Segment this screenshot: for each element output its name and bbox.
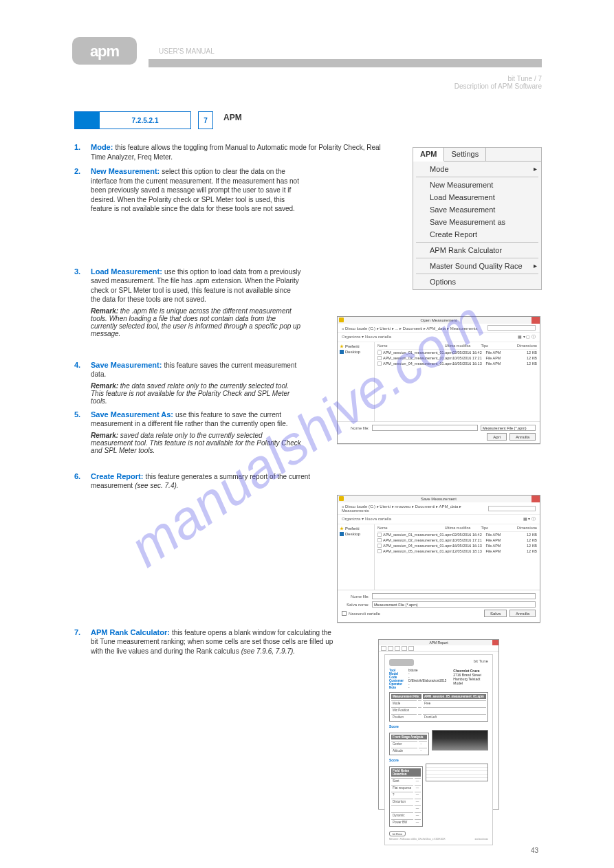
menu-tabs: APM Settings xyxy=(413,148,541,162)
report-tbtn[interactable] xyxy=(388,646,393,651)
open-footer: Nome file: Measurement File (*.apm) Apri… xyxy=(338,421,540,443)
save-side-desktop[interactable]: Desktop xyxy=(340,532,372,536)
save-filename-input[interactable] xyxy=(372,593,536,599)
col-type[interactable]: Tipo xyxy=(481,344,509,348)
section-pill-blue xyxy=(75,112,100,129)
menu-load-measurement[interactable]: Load Measurement xyxy=(413,191,541,203)
close-icon[interactable] xyxy=(531,317,540,324)
open-row-2[interactable]: APM_session_04_measurement_01.apm16/05/2… xyxy=(377,361,537,366)
save-row-3[interactable]: APM_session_05_measurement_01.apm12/05/2… xyxy=(377,548,537,554)
open-filter-select[interactable]: Measurement File (*.apm) xyxy=(481,425,536,431)
apm-logo: apm xyxy=(72,37,137,65)
report-toolbar xyxy=(379,645,498,652)
save-crumb-path[interactable]: « Disco locale (C:) ▸ Utenti ▸ rmazzeo ▸… xyxy=(342,504,488,513)
save-toolbar-icons[interactable]: ▦ ▾ ⓘ xyxy=(523,516,536,522)
save-toolbar-left[interactable]: Organizza ▾ Nuova cartella xyxy=(342,516,391,522)
close-icon[interactable] xyxy=(531,496,540,502)
menu-create-report[interactable]: Create Report xyxy=(413,228,541,241)
report-tbtn[interactable] xyxy=(395,646,400,651)
file-icon xyxy=(377,350,382,355)
header-bar xyxy=(149,59,542,67)
menu-options[interactable]: Options xyxy=(413,276,541,288)
open-crumb-path[interactable]: « Disco locale (C:) ▸ Utenti ▸ ... ▸ Doc… xyxy=(342,326,477,331)
item-2: 2. New Measurement: select this option t… xyxy=(74,167,301,214)
menu-master-sq-race[interactable]: Master Sound Quality Race xyxy=(413,260,541,272)
report-fsa-table: Front Stage Analysis Center- Altitude- xyxy=(389,733,429,755)
desktop-icon xyxy=(340,350,344,354)
item-2-title: New Measurement: xyxy=(91,167,160,175)
open-cancel-button[interactable]: Annulla xyxy=(509,433,536,441)
open-dialog-titlebar: Open Measurement xyxy=(338,317,540,324)
col-size[interactable]: Dimensione xyxy=(509,344,537,348)
save-filter-select[interactable]: Measurement File (*.apm) xyxy=(372,601,536,608)
header-right-1: bit Tune / 7 xyxy=(454,75,542,82)
report-meas-table: Measurement File:APM_session_05_measurem… xyxy=(389,692,488,722)
file-icon xyxy=(377,544,382,548)
item-3-remark-text: the .apm file is unique across the diffe… xyxy=(91,307,300,337)
report-tbtn[interactable] xyxy=(408,646,414,651)
dialog-icon xyxy=(339,496,344,501)
menu-apm-rank-calculator[interactable]: APM Rank Calculator xyxy=(413,244,541,256)
report-tbtn[interactable] xyxy=(381,646,386,651)
item-6: 6. Create Report: this feature generates… xyxy=(74,472,336,491)
menu-new-measurement[interactable]: New Measurement xyxy=(413,179,541,191)
menu-mode[interactable]: Mode xyxy=(413,163,541,175)
report-bittune: bit Tune xyxy=(474,659,488,663)
item-7: 7. APM Rank Calculator: this feature ope… xyxy=(74,628,336,656)
menu-save-measurement[interactable]: Save Measurement xyxy=(413,203,541,216)
open-row-1[interactable]: APM_session_02_measurement_01.apm10/05/2… xyxy=(377,355,537,361)
menu-sep-3 xyxy=(416,258,538,258)
open-search-input[interactable] xyxy=(487,325,536,331)
open-toolbar-icons[interactable]: ▦ ▾ ▢ ⓘ xyxy=(518,334,536,340)
menu-save-measurement-as[interactable]: Save Measurement as xyxy=(413,216,541,228)
col-date[interactable]: Ultima modifica xyxy=(445,344,481,348)
apm-menu-screenshot: APM Settings Mode New Measurement Load M… xyxy=(413,147,542,290)
file-icon xyxy=(377,361,382,366)
open-filename-input[interactable] xyxy=(372,425,478,431)
report-bitdrive: bit Drive xyxy=(389,831,406,836)
open-toolbar-left[interactable]: Organizza ▾ Nuova cartella xyxy=(342,334,391,340)
item-6-ref: (see sec. 7.4). xyxy=(135,482,178,489)
save-search-input[interactable] xyxy=(488,506,536,511)
menu-tab-apm[interactable]: APM xyxy=(413,148,444,162)
save-sidebar: Preferiti Desktop xyxy=(338,524,375,590)
save-cancel-button[interactable]: Annulla xyxy=(509,610,536,617)
item-7-ref: (see 7.9.6, 7.9.7). xyxy=(241,647,295,655)
save-dialog-title: Save Measurement xyxy=(421,497,457,501)
file-icon xyxy=(377,538,382,542)
header-right: bit Tune / 7 Description of APM Software xyxy=(454,75,542,90)
save-row-0[interactable]: APM_session_01_measurement_01.apm02/05/2… xyxy=(377,532,537,537)
item-5-remark-text: saved data relate only to the currently … xyxy=(91,432,301,454)
col-name[interactable]: Nome xyxy=(377,344,445,348)
report-page: bit Tune Toolbittune Model- Code- Custom… xyxy=(384,654,493,845)
save-row-1[interactable]: APM_session_02_measurement_01.apm10/05/2… xyxy=(377,537,537,543)
page-number: 43 xyxy=(531,847,538,854)
item-3-remark: Remark: the .apm file is unique across t… xyxy=(91,307,301,337)
open-side-fav[interactable]: Preferiti xyxy=(340,344,372,348)
file-icon xyxy=(377,549,382,553)
save-hidefolders[interactable]: Nascondi cartelle xyxy=(342,611,380,616)
open-row-0[interactable]: APM_session_01_measurement_01.apm02/05/2… xyxy=(377,350,537,355)
open-side-desktop[interactable]: Desktop xyxy=(340,350,372,354)
save-side-fav[interactable]: Preferiti xyxy=(340,526,372,531)
saveas-type-label: Salva come: xyxy=(342,603,369,607)
close-icon[interactable] xyxy=(492,640,498,645)
save-button[interactable]: Salva xyxy=(484,610,507,617)
open-toolbar: Organizza ▾ Nuova cartella ▦ ▾ ▢ ⓘ xyxy=(338,332,540,342)
item-6-num: 6. xyxy=(74,472,85,491)
menu-tab-settings[interactable]: Settings xyxy=(444,148,486,161)
report-car-image xyxy=(432,730,488,750)
item-6-title: Create Report: xyxy=(91,472,143,480)
report-tbtn[interactable] xyxy=(402,646,407,651)
save-dialog-titlebar: Save Measurement xyxy=(338,496,540,502)
open-dialog-crumb: « Disco locale (C:) ▸ Utenti ▸ ... ▸ Doc… xyxy=(338,324,540,332)
open-button[interactable]: Apri xyxy=(487,433,507,441)
save-columns: Nome Ultima modifica Tipo Dimensione xyxy=(377,526,537,532)
save-toolbar: Organizza ▾ Nuova cartella ▦ ▾ ⓘ xyxy=(338,514,540,524)
item-4: 4. Save Measurement: this feature saves … xyxy=(74,361,301,405)
report-titlebar: APM Report xyxy=(379,640,498,645)
menu-sep-4 xyxy=(416,274,538,274)
save-row-2[interactable]: APM_session_04_measurement_01.apm16/05/2… xyxy=(377,543,537,548)
item-3: 3. Load Measurement: use this option to … xyxy=(74,267,301,337)
item-7-num: 7. xyxy=(74,628,85,656)
